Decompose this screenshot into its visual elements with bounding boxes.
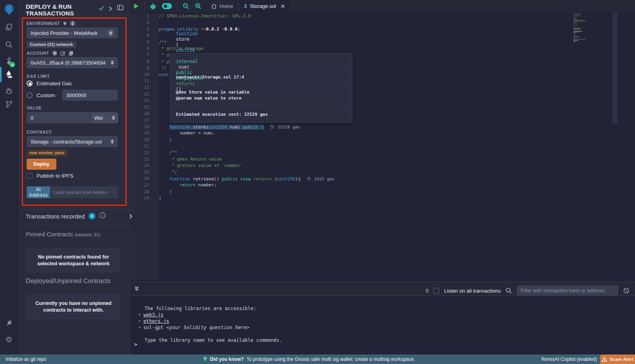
transactions-info-icon[interactable] — [99, 212, 106, 220]
contract-value: Storage - contracts/Storage.sol — [31, 139, 111, 145]
value-unit-select[interactable]: Wei — [91, 112, 118, 123]
chevron-updown-icon — [111, 61, 114, 65]
tooltip-gas-cost: Estimated execution cost: 22520 gas — [170, 106, 352, 123]
at-address-button[interactable]: At Address — [27, 186, 50, 198]
code-line[interactable] — [159, 143, 635, 149]
account-value: 0xA03...85ac4 (0.398673504934 — [31, 60, 111, 66]
contract-select[interactable]: Storage - contracts/Storage.sol — [27, 136, 118, 147]
line-number: 6 — [131, 46, 149, 52]
terminal-search-icon[interactable] — [506, 287, 512, 294]
terminal-prompt[interactable]: > — [134, 341, 137, 347]
code-line[interactable]: * @return value of 'number' — [159, 163, 635, 169]
sign-message-icon[interactable] — [60, 51, 65, 56]
remix-logo-icon[interactable] — [0, 2, 18, 17]
deploy-run-panel: DEPLOY & RUN TRANSACTIONS ENVIRONMENT In… — [18, 0, 131, 354]
at-address-input[interactable] — [50, 186, 118, 198]
minimap[interactable] — [573, 13, 605, 43]
chevron-right-icon[interactable] — [109, 6, 112, 13]
code-line[interactable]: function retrieve() public view returns … — [159, 176, 635, 182]
custom-gas-radio[interactable] — [27, 92, 33, 98]
code-line[interactable] — [159, 19, 635, 26]
gear-icon: ⚙ — [6, 335, 13, 343]
tab-home[interactable]: Home — [207, 0, 238, 12]
editor-scrollbar[interactable] — [613, 13, 618, 123]
evm-version-badge: evm version: paris — [27, 149, 67, 156]
terminal-header: 0 Listen on all transactions — [131, 282, 635, 296]
run-script-button[interactable] — [131, 0, 142, 12]
tab-storage-sol[interactable]: S Storage.sol ✕ — [240, 0, 290, 12]
plugin-manager-icon[interactable] — [0, 315, 18, 331]
tooltip-doc: @dev Store value in variable @param num … — [170, 84, 352, 106]
deploy-button[interactable]: Deploy — [27, 159, 56, 170]
deploy-run-icon[interactable] — [0, 67, 18, 82]
copilot-status[interactable]: RemixAI Copilot (enabled) — [541, 356, 597, 362]
code-line[interactable]: /** — [159, 149, 635, 156]
line-number: 23 — [131, 156, 149, 163]
line-number: 20 — [131, 137, 149, 143]
did-you-know-tip: Did you know? To prototype using the Gno… — [203, 356, 415, 362]
info-icon[interactable] — [70, 21, 75, 26]
value-label: VALUE — [27, 105, 42, 110]
code-line[interactable]: function store(uint256 num) public { 225… — [159, 124, 635, 130]
line-number: 4 — [131, 33, 149, 39]
ban-icon[interactable] — [623, 287, 629, 294]
transactions-count-badge: 0 — [89, 213, 96, 220]
git-init-button[interactable]: Initialize as git repo — [6, 356, 46, 362]
transactions-expand-icon[interactable] — [129, 213, 133, 220]
code-line[interactable]: } — [159, 195, 635, 201]
estimated-gas-radio[interactable] — [27, 80, 33, 86]
code-line[interactable]: // SPDX-License-Identifier: GPL-3.0 — [159, 13, 635, 19]
contract-label: CONTRACT — [27, 130, 52, 134]
line-number: 24 — [131, 163, 149, 169]
scam-alert-button[interactable]: Scam Alert — [600, 354, 635, 364]
custom-gas-input[interactable] — [62, 90, 118, 101]
panel-pin-icon[interactable] — [117, 5, 123, 12]
pinned-contracts-heading: Pinned Contracts (network: 31) — [26, 231, 100, 238]
add-account-icon[interactable] — [52, 50, 58, 56]
chevron-updown-icon — [108, 30, 114, 36]
git-icon[interactable] — [0, 96, 18, 112]
code-line[interactable]: } — [159, 136, 635, 143]
code-line[interactable]: number = num; — [159, 130, 635, 136]
web3-link[interactable]: web3.js — [143, 312, 164, 318]
code-line[interactable]: * @dev Return value — [159, 156, 635, 163]
environment-select[interactable]: Injected Provider - MetaMask — [27, 27, 118, 38]
search-icon[interactable] — [0, 36, 18, 52]
code-line[interactable]: } — [159, 189, 635, 195]
zoom-in-icon[interactable] — [192, 0, 204, 12]
listen-checkbox[interactable] — [433, 288, 439, 294]
file-explorer-icon[interactable] — [0, 19, 18, 35]
check-icon — [98, 5, 104, 12]
value-unit: Wei — [94, 115, 112, 121]
network-badge: Custom (31) network — [27, 41, 76, 48]
debugger-icon[interactable] — [0, 82, 18, 98]
copilot-toggle[interactable] — [159, 0, 175, 12]
code-line[interactable]: */ — [159, 169, 635, 175]
ai-robot-icon[interactable] — [147, 0, 159, 12]
line-number: 5 — [131, 39, 149, 46]
pinned-network: (network: 31) — [75, 232, 100, 237]
solgpt-hint: <your Solidity question here> — [166, 325, 250, 330]
line-number: 21 — [131, 143, 149, 149]
double-chevron-down-icon[interactable] — [134, 286, 139, 291]
settings-gear-icon[interactable]: ⚙ — [0, 331, 18, 347]
filter-input[interactable] — [517, 285, 618, 296]
publish-ipfs-checkbox[interactable] — [27, 173, 33, 179]
ethers-link[interactable]: ethers.js — [143, 318, 169, 324]
plug-icon[interactable] — [63, 21, 67, 26]
value-input[interactable] — [27, 112, 90, 123]
account-select[interactable]: 0xA03...85ac4 (0.398673504934 — [27, 57, 118, 68]
code-line[interactable]: return number; — [159, 182, 635, 188]
gas-limit-label: GAS LIMIT — [27, 74, 50, 79]
zoom-out-icon[interactable] — [180, 0, 192, 12]
custom-gas-label: Custom — [37, 92, 55, 98]
solidity-file-icon: S — [244, 3, 247, 9]
line-number: 12 — [131, 84, 149, 91]
copy-account-icon[interactable] — [68, 51, 73, 56]
line-number: 13 — [131, 91, 149, 98]
close-tab-icon[interactable]: ✕ — [280, 3, 285, 10]
chevron-updown-icon — [112, 116, 115, 120]
environment-value: Injected Provider - MetaMask — [31, 30, 108, 36]
line-number: 2 — [131, 19, 149, 26]
line-number: 1 — [131, 13, 149, 19]
